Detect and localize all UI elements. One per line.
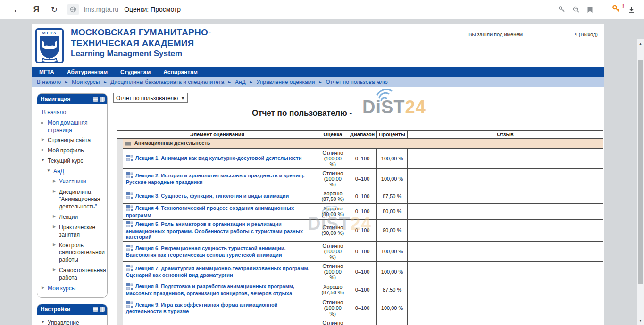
- grade-item-link[interactable]: Лекция 7. Драматургия анимационно-театра…: [126, 266, 309, 278]
- tree-collapsed-icon[interactable]: ▶: [40, 285, 46, 291]
- grade-item-link[interactable]: Лекция 5. Роль аниматоров в организации …: [126, 221, 303, 240]
- reload-icon[interactable]: ↻: [47, 5, 61, 15]
- breadcrumb-item[interactable]: Отчет по пользователю: [326, 79, 388, 85]
- sidebar-item-label: Моя домашняя страница: [48, 119, 88, 133]
- scroll-down-icon[interactable]: ▼: [637, 317, 644, 324]
- tree-collapsed-icon[interactable]: ▶: [40, 148, 46, 153]
- feedback-cell: [407, 189, 603, 203]
- breadcrumb-item[interactable]: Управление оценками: [257, 79, 315, 85]
- bookmark-icon[interactable]: [587, 6, 593, 13]
- topnav-item[interactable]: Аспирантам: [163, 69, 198, 75]
- address-bar-page-title[interactable]: Оценки: Просмотр: [124, 6, 181, 13]
- range-cell: 0–100: [348, 203, 377, 219]
- logout-link[interactable]: ч (Выход): [575, 32, 598, 37]
- tree-collapsed-icon[interactable]: ▶: [51, 214, 57, 219]
- tree-expanded-icon[interactable]: ▼: [40, 158, 46, 163]
- yandex-logo-icon[interactable]: Я: [28, 5, 44, 15]
- item-name-cell: Лекция 7. Драматургия анимационно-театра…: [123, 261, 318, 282]
- breadcrumb-item[interactable]: АнД: [235, 79, 246, 85]
- collapse-block-icon[interactable]: [93, 307, 98, 312]
- sidebar-item[interactable]: ▶Контроль самостоятельной работы: [37, 241, 107, 266]
- top-navbar: МГТААбитуриентамСтудентамАспирантам: [32, 67, 604, 77]
- tree-expanded-icon[interactable]: ▼: [46, 168, 51, 174]
- page-scrollbar[interactable]: ▲ ▼: [637, 39, 644, 325]
- svg-text:МГТА: МГТА: [42, 31, 57, 35]
- grade-item-link[interactable]: Лекция 2. История и хронология массовых …: [126, 173, 305, 185]
- zoom-icon[interactable]: [572, 6, 580, 13]
- sidebar-item[interactable]: ▶Практические занятия: [37, 223, 107, 241]
- grade-item-link[interactable]: Лекция 1. Анимация как вид культурно-дос…: [135, 155, 302, 161]
- tree-expanded-icon[interactable]: ▼: [40, 320, 46, 325]
- password-key-icon[interactable]: [558, 6, 566, 13]
- sidebar-item-label: Управление оценками: [48, 319, 79, 325]
- grade-item-link[interactable]: Лекция 3. Сущность, функция, типология и…: [135, 193, 289, 199]
- tree-collapsed-icon[interactable]: ▶: [51, 225, 57, 230]
- breadcrumb-separator-icon: ►: [103, 80, 107, 84]
- tree-collapsed-icon[interactable]: ▶: [40, 137, 46, 142]
- report-type-select[interactable]: Отчет по пользователю ▼: [113, 93, 188, 103]
- column-header: Оценка: [318, 131, 348, 139]
- topnav-item[interactable]: Студентам: [120, 69, 151, 75]
- address-bar-url[interactable]: lms.mgta.ru: [84, 6, 118, 13]
- range-cell: 0–100: [348, 298, 377, 318]
- collapse-block-icon[interactable]: [93, 97, 98, 102]
- category-indent-cell: [117, 282, 123, 298]
- sidebar-item[interactable]: ▶Мои курсы: [37, 283, 107, 294]
- table-header-row: Элемент оцениванияОценкаДиапазонПроценты…: [117, 131, 603, 139]
- range-cell: 0–100: [348, 241, 377, 261]
- column-header: Элемент оценивания: [117, 131, 318, 139]
- grade-item-link[interactable]: Лекция 4. Технологический процесс создан…: [126, 205, 294, 218]
- topnav-item[interactable]: Абитуриентам: [67, 69, 108, 75]
- sidebar-item[interactable]: В начало: [37, 108, 107, 118]
- grade-item-link[interactable]: Лекция 8. Подготовка и разработка анимац…: [126, 283, 294, 296]
- sidebar-item-label: Самостоятельная работа: [59, 267, 106, 281]
- breadcrumb-item[interactable]: Дисциплины бакалавриата и специалитета: [110, 79, 224, 85]
- navigation-block-title: Навигация: [41, 96, 71, 102]
- sidebar-item[interactable]: ▶Мой профиль: [37, 146, 107, 156]
- feedback-cell: [407, 318, 603, 325]
- range-cell: 0–100: [348, 189, 377, 203]
- table-row-item: Лекция 2. История и хронология массовых …: [117, 168, 603, 189]
- grade-cell: Отлично(90,00 %): [318, 219, 348, 241]
- sidebar-item[interactable]: Моя домашняя страница: [37, 118, 107, 136]
- tree-collapsed-icon[interactable]: ▶: [51, 267, 57, 273]
- scrollbar-thumb[interactable]: [638, 60, 643, 284]
- site-content-card: МГТА МОСКОВСКАЯ ГУМАНИТАРНО- ТЕХНИЧЕСКАЯ…: [32, 24, 604, 325]
- sidebar-item[interactable]: ▶Самостоятельная работа: [37, 266, 107, 283]
- sidebar-item-label: Страницы сайта: [48, 137, 91, 143]
- grade-item-link[interactable]: Лекция 9. Игра как эффективная форма ани…: [126, 302, 278, 315]
- sidebar-item-label: Мой профиль: [48, 147, 84, 154]
- dock-block-icon[interactable]: [100, 97, 105, 102]
- tree-collapsed-icon[interactable]: ▶: [51, 242, 57, 248]
- breadcrumb-item[interactable]: Мои курсы: [72, 79, 100, 85]
- site-title-line3: Learning Managment System: [71, 49, 211, 58]
- topnav-item[interactable]: МГТА: [39, 69, 54, 75]
- sidebar-item-label: Дисциплина "Анимационная деятельность": [59, 189, 100, 210]
- percent-cell: 100,00 %: [377, 148, 408, 168]
- sidebar-item[interactable]: ▶Участники: [37, 177, 107, 187]
- globe-icon: [70, 6, 76, 13]
- feedback-cell: [407, 219, 603, 241]
- grade-item-link[interactable]: Лекция 6. Рекреационная сущность туристс…: [126, 245, 286, 258]
- chevron-down-icon: ▼: [181, 96, 185, 100]
- protect-key-alert-icon[interactable]: !: [612, 4, 621, 15]
- table-row-item: Лекция 6. Рекреационная сущность туристс…: [117, 241, 603, 261]
- breadcrumb-item[interactable]: В начало: [37, 79, 61, 85]
- dock-block-icon[interactable]: [100, 307, 105, 312]
- tree-collapsed-icon[interactable]: ▶: [51, 179, 57, 184]
- sidebar-item[interactable]: ▼Текущий курс: [37, 156, 107, 167]
- download-icon[interactable]: [627, 6, 636, 14]
- sidebar-item[interactable]: ▶Страницы сайта: [37, 135, 107, 146]
- tree-collapsed-icon[interactable]: ▶: [51, 189, 57, 194]
- site-favicon-chip[interactable]: [67, 4, 79, 15]
- sidebar-item[interactable]: ▶Лекции: [37, 212, 107, 223]
- sidebar-item[interactable]: ▶Дисциплина "Анимационная деятельность": [37, 187, 107, 212]
- scroll-up-icon[interactable]: ▲: [637, 40, 644, 47]
- browser-window: ← Я ↻ lms.mgta.ru Оценки: Просмотр: [0, 0, 644, 325]
- sidebar-item[interactable]: ▼АнД: [37, 167, 107, 177]
- breadcrumb: В начало►Мои курсы►Дисциплины бакалавриа…: [32, 77, 604, 87]
- sidebar: Навигация В началоМоя домашняя страница▶…: [37, 93, 108, 325]
- back-icon[interactable]: ←: [10, 4, 25, 15]
- sidebar-item[interactable]: ▼Управление оценками: [37, 318, 107, 325]
- grade-cell: Отлично(100,00 %): [318, 148, 348, 168]
